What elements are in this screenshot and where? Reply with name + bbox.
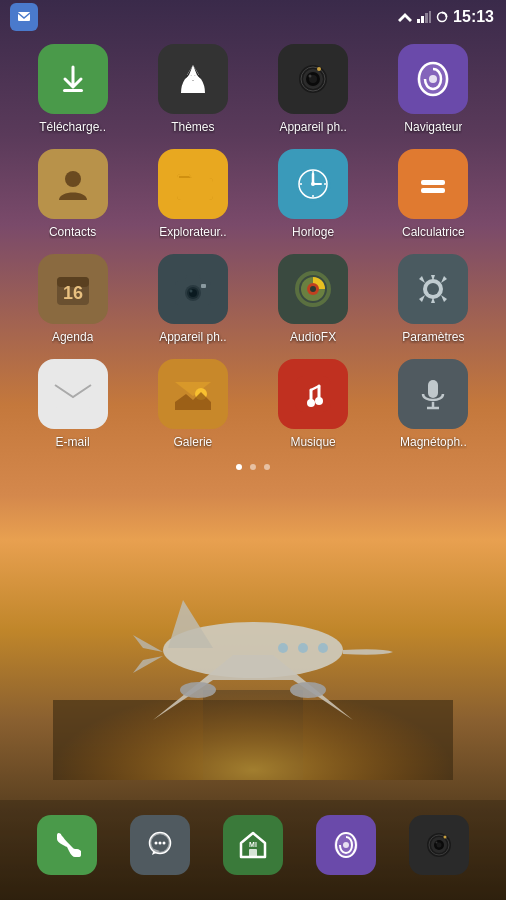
svg-point-7: [318, 643, 328, 653]
app-icon-settings: [398, 254, 468, 324]
app-icon-telecharger: [38, 44, 108, 114]
svg-point-31: [65, 171, 81, 187]
svg-rect-16: [63, 89, 83, 92]
notification-icon: [10, 3, 38, 31]
dock-home[interactable]: MI: [223, 815, 283, 875]
app-camera2[interactable]: Appareil ph..: [140, 254, 245, 344]
status-time: 15:13: [453, 8, 494, 26]
app-icon-camera2: [158, 254, 228, 324]
dock-browser[interactable]: [316, 815, 376, 875]
svg-point-72: [162, 842, 165, 845]
status-icons: 15:13: [398, 8, 494, 26]
app-label-recorder: Magnétoph..: [400, 435, 467, 449]
svg-rect-42: [421, 180, 445, 185]
app-contacts[interactable]: Contacts: [20, 149, 125, 239]
svg-rect-59: [55, 382, 91, 408]
app-content: Télécharge.. Thèmes: [0, 34, 506, 490]
app-settings[interactable]: Paramètres: [381, 254, 486, 344]
app-label-email: E-mail: [56, 435, 90, 449]
svg-point-37: [311, 182, 315, 186]
svg-text:16: 16: [63, 283, 83, 303]
app-label-telecharger: Télécharge..: [39, 120, 106, 134]
svg-point-5: [278, 643, 288, 653]
svg-rect-65: [428, 380, 438, 398]
svg-point-51: [189, 290, 192, 293]
svg-point-25: [309, 75, 312, 78]
app-calculator[interactable]: Calculatrice: [381, 149, 486, 239]
app-icon-camera1: [278, 44, 348, 114]
svg-rect-43: [421, 188, 445, 193]
app-grid-row1: Télécharge.. Thèmes: [20, 44, 486, 134]
app-label-calculator: Calculatrice: [402, 225, 465, 239]
app-label-contacts: Contacts: [49, 225, 96, 239]
svg-point-6: [298, 643, 308, 653]
app-icon-gallery: [158, 359, 228, 429]
svg-point-28: [317, 67, 321, 71]
app-icon-music: [278, 359, 348, 429]
page-dot-2[interactable]: [250, 464, 256, 470]
svg-point-63: [307, 399, 315, 407]
app-music[interactable]: Musique: [261, 359, 366, 449]
app-browser[interactable]: Navigateur: [381, 44, 486, 134]
app-gallery[interactable]: Galerie: [140, 359, 245, 449]
dock-camera[interactable]: [409, 815, 469, 875]
sync-icon: [436, 11, 448, 23]
app-label-audiofx: AudioFX: [290, 330, 336, 344]
svg-point-64: [315, 397, 323, 405]
svg-rect-62: [295, 376, 331, 412]
dock-phone[interactable]: [37, 815, 97, 875]
app-calendar[interactable]: 16 Agenda: [20, 254, 125, 344]
svg-point-56: [310, 286, 316, 292]
app-email[interactable]: E-mail: [20, 359, 125, 449]
app-clock[interactable]: Horloge: [261, 149, 366, 239]
plane-background: [53, 460, 453, 780]
dock-icon-home: MI: [223, 815, 283, 875]
wifi-icon: [398, 11, 412, 23]
svg-rect-11: [417, 19, 420, 23]
dock-messages[interactable]: [130, 815, 190, 875]
app-recorder[interactable]: Magnétoph..: [381, 359, 486, 449]
app-telecharger[interactable]: Télécharge..: [20, 44, 125, 134]
svg-text:MI: MI: [249, 841, 257, 848]
page-dot-3[interactable]: [264, 464, 270, 470]
app-audiofx[interactable]: AudioFX: [261, 254, 366, 344]
svg-rect-13: [425, 13, 428, 23]
app-label-themes: Thèmes: [171, 120, 214, 134]
app-icon-clock: [278, 149, 348, 219]
svg-point-58: [427, 283, 439, 295]
app-grid-row2: Contacts Explorateur..: [20, 149, 486, 239]
dock-icon-browser: [316, 815, 376, 875]
page-dot-1[interactable]: [236, 464, 242, 470]
dock-icon-camera: [409, 815, 469, 875]
dock-icon-phone: [37, 815, 97, 875]
app-icon-email: [38, 359, 108, 429]
signal-icon: [417, 11, 431, 23]
svg-point-81: [436, 842, 438, 844]
svg-rect-73: [249, 849, 257, 857]
app-grid-row4: E-mail Galerie: [20, 359, 486, 449]
svg-rect-14: [429, 11, 431, 23]
app-label-browser: Navigateur: [404, 120, 462, 134]
svg-point-83: [444, 836, 447, 839]
status-bar: 15:13: [0, 0, 506, 34]
app-icon-browser: [398, 44, 468, 114]
app-icon-calculator: [398, 149, 468, 219]
app-icon-themes: [158, 44, 228, 114]
svg-marker-10: [398, 13, 412, 22]
app-icon-files: [158, 149, 228, 219]
app-label-camera2: Appareil ph..: [159, 330, 226, 344]
app-icon-contacts: [38, 149, 108, 219]
app-themes[interactable]: Thèmes: [140, 44, 245, 134]
app-grid-row3: 16 Agenda: [20, 254, 486, 344]
dock-icon-messages: [130, 815, 190, 875]
app-label-camera1: Appareil ph..: [279, 120, 346, 134]
app-label-settings: Paramètres: [402, 330, 464, 344]
svg-point-70: [154, 842, 157, 845]
svg-rect-52: [201, 284, 206, 288]
app-camera1[interactable]: Appareil ph..: [261, 44, 366, 134]
app-label-gallery: Galerie: [174, 435, 213, 449]
svg-rect-9: [18, 12, 30, 21]
app-label-files: Explorateur..: [159, 225, 226, 239]
app-files[interactable]: Explorateur..: [140, 149, 245, 239]
svg-point-80: [437, 843, 442, 848]
